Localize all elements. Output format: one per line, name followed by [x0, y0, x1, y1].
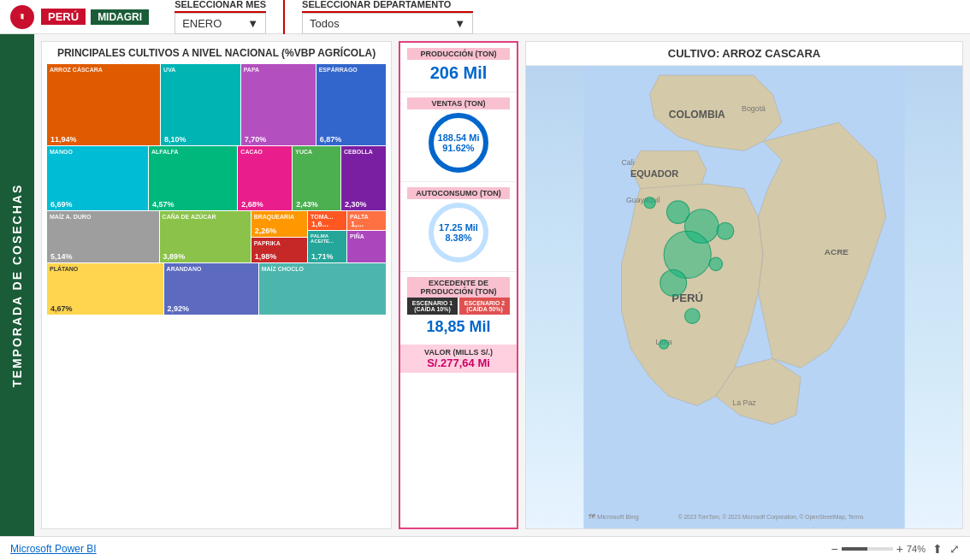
yuca-label: YUCA	[295, 149, 312, 155]
treemap-cell-cana[interactable]: CAÑA DE AZÚCAR 3,89%	[160, 211, 251, 262]
treemap-cell-arroz[interactable]: ARROZ CÁSCARA 11,94%	[47, 64, 160, 145]
bogota-text: Bogotá	[742, 104, 766, 113]
treemap-cell-pina[interactable]: PIÑA	[347, 231, 386, 262]
copyright-watermark: © 2023 TomTom, © 2023 Microsoft Corporat…	[678, 514, 864, 521]
produccion-title: PRODUCCIÓN (TON)	[407, 48, 510, 60]
map-dot-3	[717, 222, 734, 239]
zoom-slider[interactable]	[842, 547, 893, 551]
treemap-cell-maiz-choclo[interactable]: MAÍZ CHOCLO	[259, 263, 386, 315]
papa-value: 7,70%	[245, 135, 312, 144]
cana-value: 3,89%	[163, 252, 247, 261]
autoconsumo-circle-value: 17.25 Mil	[439, 222, 478, 233]
treemap-cell-palta[interactable]: PALTA 1,...	[347, 211, 386, 230]
produccion-value: 206 Mil	[407, 63, 510, 83]
paprika-value: 1,98%	[255, 252, 304, 261]
autoconsumo-block: AUTOCONSUMO (TON) 17.25 Mil 8.38%	[400, 182, 517, 272]
uva-label: UVA	[163, 67, 175, 73]
braquearia-value: 2,26%	[255, 227, 304, 235]
treemap-cell-palma2[interactable]: PALMA ACEITE... 1,71%	[308, 231, 346, 262]
treemap-cell-papa[interactable]: PAPA 7,70%	[241, 64, 316, 145]
ventas-title: VENTAS (TON)	[407, 97, 510, 109]
treemap-cell-cacao[interactable]: CACAO 2,68%	[238, 146, 292, 210]
cacao-label: CACAO	[240, 149, 263, 155]
palma2-label: PALMA ACEITE...	[311, 233, 346, 244]
stats-panel: PRODUCCIÓN (TON) 206 Mil VENTAS (TON) 18…	[399, 41, 518, 529]
alfalfa-value: 4,57%	[152, 200, 234, 209]
month-selector-group: SELECCIONAR MES ENERO ▼	[174, 0, 266, 34]
pina-label: PIÑA	[350, 233, 364, 239]
treemap-cell-platano[interactable]: PLÁTANO 4,67%	[47, 263, 163, 315]
zoom-level: 74%	[907, 544, 926, 554]
arroz-label: ARROZ CÁSCARA	[50, 67, 103, 73]
dept-value: Todos	[310, 17, 340, 30]
treemap-cell-mango[interactable]: MANGO 6,69%	[47, 146, 148, 210]
month-value: ENERO	[182, 17, 222, 30]
esparrago-value: 6,87%	[320, 135, 382, 144]
mango-label: MANGO	[50, 149, 73, 155]
autoconsumo-circle-container: 17.25 Mil 8.38%	[407, 203, 510, 262]
excedente-block: EXCEDENTE DE PRODUCCIÓN (TON) ESCENARIO …	[400, 272, 517, 345]
sidebar-text: TEMPORADA DE COSECHAS	[10, 183, 24, 386]
map-dot-7	[684, 309, 700, 324]
treemap-row-3: MAÍZ A. DURO 5,14% CAÑA DE AZÚCAR 3,89% …	[47, 211, 386, 262]
ventas-circle-value: 188.54 Mi	[438, 133, 480, 143]
main-content: PRINCIPALES CULTIVOS A NIVEL NACIONAL (%…	[34, 34, 970, 536]
cacao-value: 2,68%	[241, 200, 288, 209]
zoom-plus-btn[interactable]: +	[896, 542, 903, 556]
uva-value: 8,10%	[164, 135, 237, 144]
tomate-label: TOMA...	[311, 214, 333, 220]
excedente-value: 18,85 Mil	[407, 318, 510, 336]
treemap-cell-braquearia[interactable]: BRAQUEARIA 2,26%	[251, 211, 307, 237]
month-selector-label: SELECCIONAR MES	[174, 0, 266, 13]
treemap-cell-maiz-duro[interactable]: MAÍZ A. DURO 5,14%	[47, 211, 159, 262]
mango-value: 6,69%	[50, 200, 145, 209]
map-dot-5	[709, 257, 722, 270]
zoom-minus-btn[interactable]: −	[831, 542, 838, 556]
tomate-value: 1,6...	[311, 220, 343, 228]
cebolla-value: 2,30%	[345, 200, 382, 209]
dept-chevron-icon: ▼	[454, 17, 465, 30]
top-bar: 🇵🇪 PERÚ MIDAGRI SELECCIONAR MES ENERO ▼ …	[0, 0, 970, 34]
peru-logo: 🇵🇪	[9, 3, 36, 31]
produccion-block: PRODUCCIÓN (TON) 206 Mil	[400, 43, 517, 92]
maiz-duro-label: MAÍZ A. DURO	[50, 214, 91, 220]
treemap-cell-tomate[interactable]: TOMA... 1,6...	[308, 211, 346, 230]
ventas-block: VENTAS (TON) 188.54 Mi 91.62%	[400, 92, 517, 182]
content-area: TEMPORADA DE COSECHAS PRINCIPALES CULTIV…	[0, 34, 970, 536]
braquearia-label: BRAQUEARIA	[254, 214, 294, 220]
autoconsumo-circle: 17.25 Mil 8.38%	[429, 203, 488, 262]
escenario-2-btn[interactable]: ESCENARIO 2 (CAÍDA 50%)	[459, 298, 510, 315]
left-sidebar: TEMPORADA DE COSECHAS	[0, 34, 34, 536]
platano-value: 4,67%	[50, 304, 160, 313]
treemap-cell-esparrago[interactable]: ESPÁRRAGO 6,87%	[316, 64, 386, 145]
month-selector[interactable]: ENERO ▼	[174, 13, 266, 34]
share-icon[interactable]: ⬆	[932, 542, 943, 556]
treemap-row-1: ARROZ CÁSCARA 11,94% UVA 8,10% PAPA 7,70…	[47, 64, 386, 145]
palma2-value: 1,71%	[311, 252, 343, 261]
expand-icon[interactable]: ⤢	[949, 542, 960, 556]
treemap-cell-alfalfa[interactable]: ALFALFA 4,57%	[149, 146, 237, 210]
ventas-circle: 188.54 Mi 91.62%	[429, 113, 488, 173]
colombia-text: COLOMBIA	[669, 109, 725, 121]
maiz-duro-value: 5,14%	[50, 252, 156, 261]
autoconsumo-title: AUTOCONSUMO (TON)	[407, 187, 510, 199]
map-area[interactable]: COLOMBIA Bogotá Cali EQUADOR Guayaquil P…	[526, 66, 962, 528]
treemap-cell-arandano[interactable]: ARANDANO 2,92%	[164, 263, 258, 315]
treemap-cell-paprika[interactable]: PAPRIKA 1,98%	[251, 238, 307, 263]
escenario-1-btn[interactable]: ESCENARIO 1 (CAÍDA 10%)	[407, 298, 458, 315]
dept-selector[interactable]: Todos ▼	[302, 13, 473, 34]
bing-watermark: 🗺 Microsoft Bing	[589, 513, 639, 521]
treemap-cell-uva[interactable]: UVA 8,10%	[161, 64, 240, 145]
peru-label: PERÚ	[41, 9, 86, 25]
treemap-cell-yuca[interactable]: YUCA 2,43%	[293, 146, 340, 210]
treemap-row-2: MANGO 6,69% ALFALFA 4,57% CACAO 2,68%	[47, 146, 386, 210]
treemap-cell-cebolla[interactable]: CEBOLLA 2,30%	[341, 146, 386, 210]
zoom-control: − + 74%	[831, 542, 926, 556]
month-chevron-icon: ▼	[247, 17, 258, 30]
map-dot-6	[660, 269, 687, 296]
powerbi-link[interactable]: Microsoft Power BI	[10, 543, 97, 555]
treemap-section: PRINCIPALES CULTIVOS A NIVEL NACIONAL (%…	[41, 41, 392, 529]
arandano-value: 2,92%	[168, 304, 255, 313]
acre-text: ACRE	[825, 247, 849, 256]
maiz-choclo-label: MAÍZ CHOCLO	[262, 266, 304, 272]
